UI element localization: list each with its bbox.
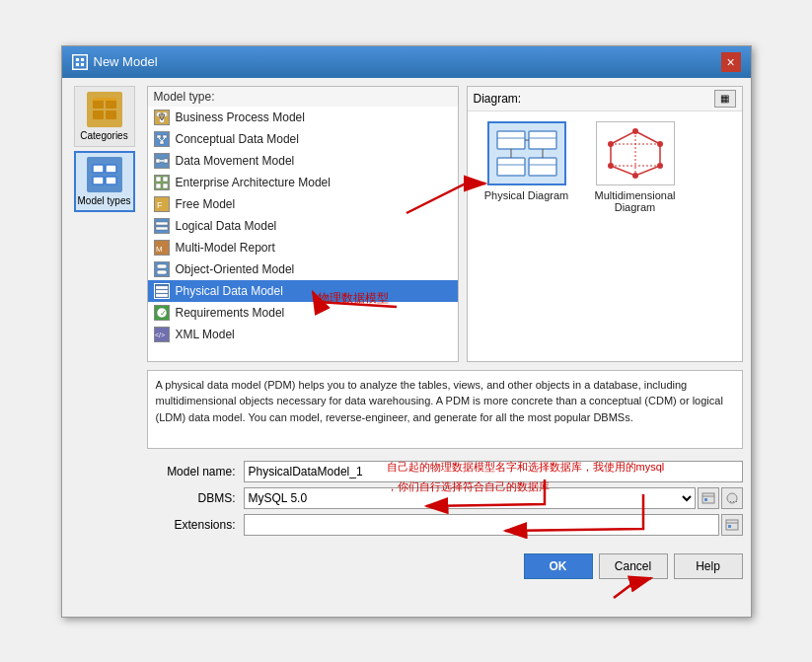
diagram-items-container: Physical Diagram [468, 111, 742, 223]
svg-text:✓: ✓ [160, 309, 167, 318]
button-row: OK Cancel Help [147, 548, 743, 583]
help-button[interactable]: Help [674, 553, 743, 579]
svg-rect-21 [163, 135, 167, 138]
categories-label: Categories [80, 130, 127, 141]
svg-rect-8 [106, 110, 116, 119]
list-item-pdm[interactable]: Physical Data Model [148, 280, 458, 302]
list-item-label: XML Model [176, 328, 235, 341]
list-item[interactable]: Enterprise Architecture Model [148, 172, 458, 193]
dmm-icon [154, 153, 170, 169]
list-item-label: Data Movement Model [176, 154, 295, 168]
dbms-browse-button[interactable] [698, 487, 719, 509]
svg-text:…: … [729, 494, 738, 504]
diagram-panel-header: Diagram: ▦ [468, 87, 742, 111]
list-item[interactable]: Data Movement Model [148, 150, 458, 172]
svg-text:</>: </> [155, 331, 165, 338]
svg-rect-29 [163, 177, 168, 182]
model-name-input[interactable] [244, 461, 743, 482]
close-button[interactable]: × [721, 52, 741, 72]
list-item[interactable]: M Multi-Model Report [148, 237, 458, 258]
svg-rect-39 [156, 290, 168, 293]
cdm-icon [154, 131, 170, 147]
list-item-label: Business Process Model [176, 110, 305, 124]
dbms-extra-button[interactable]: … [721, 487, 743, 509]
svg-rect-4 [81, 63, 84, 66]
svg-rect-37 [157, 270, 167, 274]
dbms-row: DBMS: MySQL 5.0 MySQL 8.0 Oracle 12c SQL… [147, 487, 743, 509]
diagram-grid-button[interactable]: ▦ [714, 90, 736, 108]
svg-rect-0 [74, 56, 86, 68]
svg-point-64 [608, 141, 614, 147]
list-item[interactable]: Object-Oriented Model [148, 258, 458, 280]
diagram-label: Diagram: [474, 92, 522, 106]
top-panels: Model type: Business Process Model [147, 86, 743, 362]
list-item[interactable]: Conceptual Data Model [148, 128, 458, 150]
sidebar-item-categories[interactable]: Categories [74, 86, 135, 147]
svg-point-63 [608, 163, 614, 169]
main-content: Model type: Business Process Model [147, 86, 743, 609]
svg-rect-22 [160, 141, 164, 144]
ldm-icon [154, 218, 170, 234]
extensions-input[interactable] [244, 514, 719, 536]
list-item-label: Enterprise Architecture Model [176, 176, 331, 189]
svg-rect-3 [76, 63, 79, 66]
svg-rect-38 [156, 286, 168, 289]
eam-icon [154, 175, 170, 190]
dialog-icon [72, 54, 88, 70]
svg-rect-7 [106, 100, 116, 109]
svg-line-23 [159, 138, 162, 141]
diagram-item-multidim[interactable]: MultidimensionalDiagram [586, 121, 685, 213]
svg-rect-36 [157, 264, 167, 268]
form-section: Model name: DBMS: MySQL 5.0 MySQL 8.0 Or… [147, 457, 743, 540]
model-name-label: Model name: [147, 465, 236, 478]
extensions-input-row [244, 514, 743, 536]
extensions-browse-button[interactable] [721, 514, 743, 536]
svg-rect-1 [76, 58, 79, 61]
svg-rect-30 [156, 184, 161, 188]
svg-rect-33 [156, 222, 168, 225]
diagram-item-physical[interactable]: Physical Diagram [478, 121, 576, 213]
svg-text:M: M [156, 245, 163, 254]
model-types-label: Model types [78, 195, 131, 206]
list-item[interactable]: F Free Model [148, 193, 458, 215]
svg-rect-72 [728, 525, 731, 528]
pdm-icon [154, 283, 170, 299]
extensions-row: Extensions: [147, 514, 743, 536]
svg-rect-9 [93, 98, 116, 101]
list-item-label: Free Model [176, 197, 236, 211]
list-item[interactable]: ✓ Requirements Model [148, 302, 458, 324]
dialog-title: New Model [94, 54, 158, 69]
list-item[interactable]: Business Process Model [148, 107, 458, 128]
svg-point-59 [632, 128, 638, 134]
xml-icon: </> [154, 327, 170, 342]
svg-rect-44 [497, 131, 525, 149]
new-model-dialog: New Model × Cat [61, 45, 752, 618]
list-item[interactable]: </> XML Model [148, 324, 458, 345]
list-item[interactable]: Logical Data Model [148, 215, 458, 237]
physical-diagram-label: Physical Diagram [484, 189, 569, 201]
list-item-label: Logical Data Model [176, 219, 277, 233]
multidim-diagram-label: MultidimensionalDiagram [595, 189, 676, 213]
ok-button[interactable]: OK [524, 553, 593, 579]
cancel-button[interactable]: Cancel [599, 553, 668, 579]
categories-icon [87, 92, 122, 127]
model-name-row: Model name: [147, 461, 743, 482]
title-bar: New Model × [62, 46, 751, 78]
req-icon: ✓ [154, 305, 170, 321]
svg-rect-13 [106, 177, 116, 184]
svg-point-60 [657, 141, 663, 147]
description-panel: A physical data model (PDM) helps you to… [147, 370, 743, 449]
svg-rect-67 [704, 498, 707, 501]
svg-rect-26 [164, 159, 168, 163]
dbms-input-row: MySQL 5.0 MySQL 8.0 Oracle 12c SQL Serve… [244, 487, 743, 509]
dbms-label: DBMS: [147, 491, 236, 505]
dbms-select[interactable]: MySQL 5.0 MySQL 8.0 Oracle 12c SQL Serve… [244, 487, 696, 509]
svg-text:F: F [157, 200, 163, 210]
svg-rect-6 [93, 110, 104, 119]
model-types-icon [87, 157, 122, 192]
svg-rect-12 [93, 177, 104, 184]
svg-rect-70 [726, 520, 738, 530]
svg-point-61 [657, 163, 663, 169]
sidebar-item-model-types[interactable]: Model types [74, 151, 135, 212]
physical-diagram-thumb [487, 121, 566, 185]
